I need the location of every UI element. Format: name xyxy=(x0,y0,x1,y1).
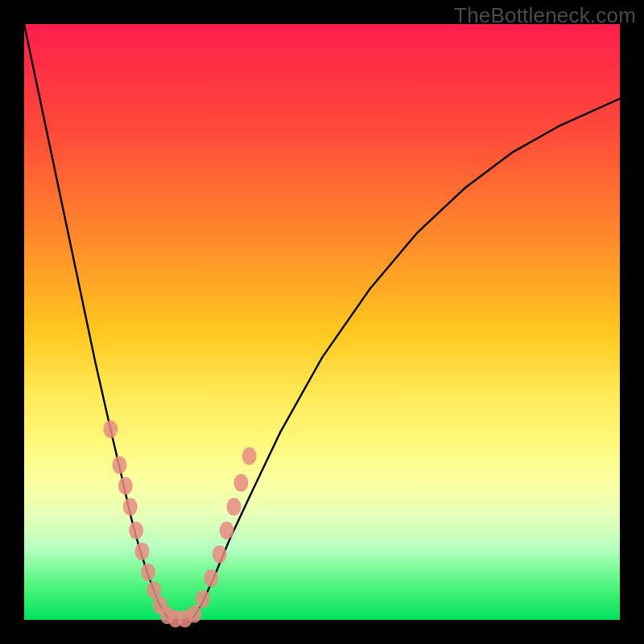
outer-frame: TheBottleneck.com xyxy=(0,0,644,644)
sample-marker xyxy=(112,456,126,474)
sample-marker xyxy=(129,522,143,539)
marker-layer xyxy=(103,420,256,627)
curve-layer xyxy=(24,24,620,620)
sample-marker xyxy=(242,448,257,465)
sample-marker xyxy=(141,564,155,581)
sample-marker xyxy=(227,497,242,515)
sample-marker xyxy=(135,543,150,560)
sample-marker xyxy=(123,497,138,515)
sample-marker xyxy=(220,522,234,539)
bottleneck-curve xyxy=(24,24,620,620)
sample-marker xyxy=(196,590,210,608)
sample-marker xyxy=(118,477,133,495)
chart-svg xyxy=(24,24,620,620)
watermark-text: TheBottleneck.com xyxy=(454,3,636,28)
sample-marker xyxy=(103,420,118,438)
sample-marker xyxy=(213,546,227,564)
sample-marker xyxy=(204,569,218,587)
sample-marker xyxy=(188,605,202,623)
sample-marker xyxy=(233,474,248,492)
